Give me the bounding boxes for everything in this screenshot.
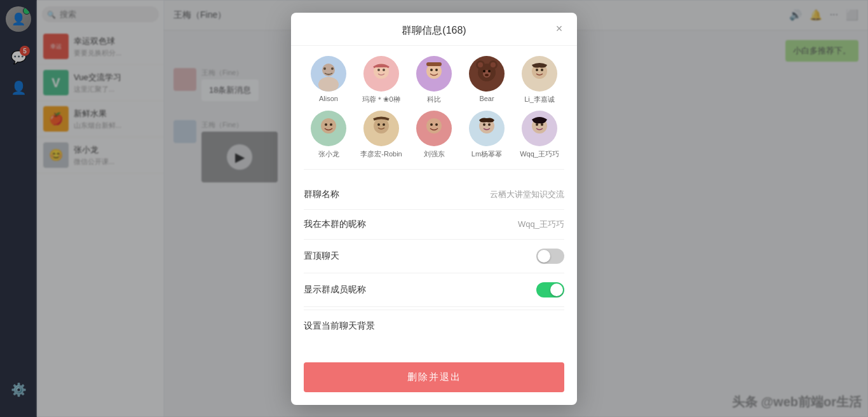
member-name-zhangxl: 张小龙 xyxy=(318,149,339,159)
group-name-value: 云栖大讲堂知识交流 xyxy=(490,189,564,200)
member-avatar-lijia xyxy=(522,56,557,92)
svg-point-3 xyxy=(331,67,334,70)
member-item-lihong[interactable]: 李彦宏-Robin xyxy=(356,111,406,159)
svg-point-14 xyxy=(478,62,483,67)
member-avatar-liushd xyxy=(416,111,452,146)
member-name-lijia: Li_李嘉诚 xyxy=(524,95,555,104)
svg-point-5 xyxy=(377,69,380,71)
show-nickname-row: 显示群成员昵称 xyxy=(304,273,564,307)
svg-rect-10 xyxy=(426,62,442,66)
svg-point-17 xyxy=(483,70,485,72)
member-item-bear[interactable]: Bear xyxy=(462,56,512,104)
svg-point-2 xyxy=(323,67,326,70)
pin-row: 置顶聊天 xyxy=(304,240,564,273)
group-name-label: 群聊名称 xyxy=(304,189,339,200)
nickname-label: 我在本群的昵称 xyxy=(304,219,366,230)
svg-point-29 xyxy=(426,118,442,133)
modal-header: 群聊信息(168) × xyxy=(291,13,577,46)
modal-title: 群聊信息(168) xyxy=(402,24,466,38)
svg-point-28 xyxy=(383,123,385,126)
svg-point-22 xyxy=(541,69,543,71)
svg-point-23 xyxy=(321,118,336,133)
member-name-liushd: 刘强东 xyxy=(424,149,445,159)
member-avatar-kebi xyxy=(416,56,452,92)
member-item-alison[interactable]: Alison xyxy=(304,56,353,104)
member-avatar-wqq xyxy=(522,111,557,146)
bg-row[interactable]: 设置当前聊天背景 xyxy=(304,310,564,342)
member-name-bear: Bear xyxy=(479,95,494,102)
member-name-maying: 玛蓉＊❀0榊 xyxy=(362,95,400,104)
group-info-modal: 群聊信息(168) × Alison xyxy=(291,13,577,405)
svg-point-26 xyxy=(374,118,389,133)
pin-label: 置顶聊天 xyxy=(304,250,339,262)
svg-point-6 xyxy=(383,69,385,71)
member-item-wqq[interactable]: Wqq_王巧巧 xyxy=(515,111,564,159)
group-name-row: 群聊名称 云栖大讲堂知识交流 xyxy=(304,180,564,210)
svg-point-9 xyxy=(435,69,438,71)
member-name-lm: Lm杨幂幂 xyxy=(471,149,502,159)
svg-point-8 xyxy=(430,69,433,71)
bg-label: 设置当前聊天背景 xyxy=(304,320,375,331)
svg-point-25 xyxy=(330,123,332,126)
svg-point-27 xyxy=(377,123,380,126)
show-nickname-label: 显示群成员昵称 xyxy=(304,284,366,296)
svg-point-19 xyxy=(485,74,489,76)
member-avatar-lihong xyxy=(363,111,399,146)
svg-point-31 xyxy=(435,123,438,126)
member-item-kebi[interactable]: 科比 xyxy=(409,56,459,104)
svg-point-37 xyxy=(541,123,543,126)
member-name-alison: Alison xyxy=(319,95,338,102)
member-name-kebi: 科比 xyxy=(427,95,441,104)
member-avatar-bear xyxy=(469,56,505,92)
member-grid: Alison 玛蓉＊❀0榊 xyxy=(304,56,564,170)
svg-point-34 xyxy=(488,123,491,126)
svg-point-15 xyxy=(491,62,496,67)
svg-point-21 xyxy=(536,69,538,71)
svg-point-18 xyxy=(488,70,491,72)
member-avatar-alison xyxy=(311,56,346,92)
modal-body: Alison 玛蓉＊❀0榊 xyxy=(291,46,577,352)
member-item-zhangxl[interactable]: 张小龙 xyxy=(304,111,353,159)
modal-overlay: 群聊信息(168) × Alison xyxy=(0,0,868,417)
member-name-lihong: 李彦宏-Robin xyxy=(360,149,402,159)
member-item-lm[interactable]: Lm杨幂幂 xyxy=(462,111,512,159)
show-nickname-toggle[interactable] xyxy=(536,282,564,297)
svg-point-33 xyxy=(483,123,485,126)
member-avatar-maying xyxy=(363,56,399,92)
nickname-row: 我在本群的昵称 Wqq_王巧巧 xyxy=(304,210,564,240)
member-item-lijia[interactable]: Li_李嘉诚 xyxy=(515,56,564,104)
member-name-wqq: Wqq_王巧巧 xyxy=(520,149,559,159)
svg-point-30 xyxy=(430,123,433,126)
pin-toggle[interactable] xyxy=(536,249,564,264)
svg-point-24 xyxy=(325,123,327,126)
member-avatar-lm xyxy=(469,111,505,146)
modal-close-button[interactable]: × xyxy=(552,21,567,36)
svg-point-36 xyxy=(536,123,538,126)
nickname-value: Wqq_王巧巧 xyxy=(518,219,564,230)
member-avatar-zhangxl xyxy=(311,111,346,146)
member-item-maying[interactable]: 玛蓉＊❀0榊 xyxy=(356,56,406,104)
modal-footer: 删除并退出 xyxy=(291,352,577,405)
svg-point-1 xyxy=(318,77,339,92)
delete-exit-button[interactable]: 删除并退出 xyxy=(304,362,564,392)
member-item-liushd[interactable]: 刘强东 xyxy=(409,111,459,159)
